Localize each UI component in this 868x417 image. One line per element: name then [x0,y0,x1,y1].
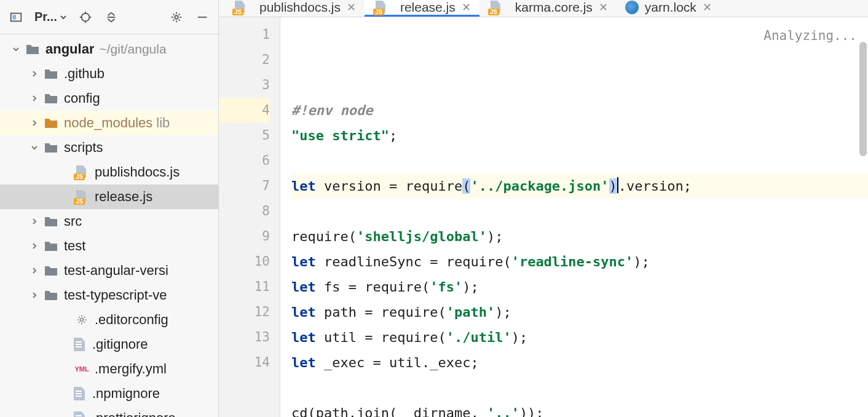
project-view-icon[interactable] [5,6,27,28]
text-file-icon [74,338,85,351]
code-view[interactable]: Analyzing... #!env node"use strict"; let… [280,17,868,417]
code-line[interactable]: let readlineSync = require('readline-syn… [291,249,868,274]
tree-item-label: config [64,90,100,106]
tree-item-node-modules[interactable]: node_moduleslib [0,111,218,135]
chevron-down-icon[interactable] [26,144,43,151]
close-icon[interactable]: ✕ [703,1,712,14]
chevron-right-icon[interactable] [26,292,43,299]
chevron-right-icon[interactable] [26,242,43,250]
folder-icon [43,263,59,279]
code-line[interactable] [291,148,868,173]
tree-item-config[interactable]: config [0,86,218,111]
scroll-thumb[interactable] [859,42,867,156]
code-line[interactable]: #!env node [291,98,868,123]
line-number[interactable]: 12 [219,300,270,325]
editor-tabs: publishdocs.js✕release.js✕karma.core.js✕… [219,0,868,17]
tree-item-release-js[interactable]: release.js [0,185,218,209]
code-line[interactable] [291,199,868,224]
code-line[interactable] [291,375,868,400]
config-file-icon [74,312,90,328]
scrollbar[interactable] [859,20,867,180]
line-number[interactable]: 1 [219,22,270,47]
tab-label: publishdocs.js [259,0,341,15]
js-file-icon [488,1,504,14]
tree-item--prettierignore[interactable]: .prettierignore [0,406,218,417]
tree-item-label: .prettierignore [92,410,176,417]
tree-item-label: test-typescript-ve [64,287,167,303]
code-line[interactable]: "use strict"; [291,123,868,148]
tree-item--gitignore[interactable]: .gitignore [0,332,218,357]
code-line[interactable]: let fs = require('fs'); [291,274,868,300]
tree-item-label: .github [64,66,105,82]
minimize-icon[interactable] [191,6,213,28]
projects-dropdown[interactable]: Pr... [31,7,71,26]
project-tree[interactable]: angular~/git/angula.githubconfignode_mod… [0,34,218,417]
tree-item--mergify-yml[interactable]: YML.mergify.yml [0,357,218,381]
line-number[interactable]: 11 [219,274,270,300]
target-icon[interactable] [74,6,97,28]
code-line[interactable]: require('shelljs/global'); [291,224,868,249]
expand-all-icon[interactable] [100,6,122,28]
svg-point-6 [81,319,84,322]
line-gutter[interactable]: 1234567891011121314 [219,17,280,417]
line-number[interactable]: 8 [219,199,270,224]
code-line[interactable]: let version = require('../package.json')… [291,173,868,199]
tree-item-scripts[interactable]: scripts [0,135,218,160]
svg-point-2 [81,13,89,21]
tree-item-publishdocs-js[interactable]: publishdocs.js [0,160,218,185]
chevron-down-icon[interactable] [7,46,25,53]
tree-item-label: .gitignore [92,336,148,352]
tab-yarn-lock[interactable]: yarn.lock✕ [617,0,720,17]
tree-item-src[interactable]: src [0,209,218,234]
js-file-icon [74,165,90,179]
line-number[interactable]: 13 [219,325,270,350]
line-number[interactable]: 2 [219,47,270,73]
line-number[interactable]: 6 [219,148,270,173]
close-icon[interactable]: ✕ [599,1,608,14]
tab-publishdocs-js[interactable]: publishdocs.js✕ [224,0,365,17]
chevron-right-icon[interactable] [26,267,43,274]
project-sidebar: Pr... angular~/git/angula.githubconfigno… [0,0,219,417]
chevron-down-icon [60,14,67,21]
close-icon[interactable]: ✕ [462,1,471,14]
tree-item--github[interactable]: .github [0,62,218,86]
tree-item-label: src [64,213,82,229]
tree-item-test[interactable]: test [0,234,218,258]
code-line[interactable]: let _exec = util._exec; [291,350,868,375]
code-line[interactable]: let util = require('./util'); [291,325,868,350]
tab-release-js[interactable]: release.js✕ [365,0,479,17]
yarn-icon [625,1,639,14]
line-number[interactable]: 4 [219,98,270,123]
js-file-icon [373,1,389,14]
tree-item-label: release.js [95,189,152,205]
tree-item-test-angular-versi[interactable]: test-angular-versi [0,258,218,283]
chevron-right-icon[interactable] [26,95,43,102]
line-number[interactable]: 14 [219,350,270,375]
js-file-icon [232,1,248,14]
folder-icon [43,213,59,229]
chevron-right-icon[interactable] [26,119,43,127]
line-number[interactable]: 3 [219,73,270,98]
tree-item--editorconfig[interactable]: .editorconfig [0,308,218,332]
editor-body: 1234567891011121314 Analyzing... #!env n… [219,17,868,417]
chevron-right-icon[interactable] [26,70,43,77]
tab-karma-core-js[interactable]: karma.core.js✕ [479,0,617,17]
tree-item-label: node_modules [64,115,152,131]
tree-item-angular[interactable]: angular~/git/angula [0,37,218,62]
line-number[interactable]: 7 [219,173,270,199]
gear-icon[interactable] [165,6,187,28]
line-number[interactable]: 5 [219,123,270,148]
chevron-right-icon[interactable] [26,218,43,225]
js-file-icon [74,190,90,204]
folder-icon [43,66,59,82]
line-number[interactable]: 10 [219,249,270,274]
tree-item-label: .npmignore [92,386,160,402]
line-number[interactable]: 9 [219,224,270,249]
folder-icon [43,287,59,303]
folder-icon [25,41,41,57]
code-line[interactable]: cd(path.join(__dirname, '..')); [291,400,868,417]
tree-item-test-typescript-ve[interactable]: test-typescript-ve [0,283,218,308]
tree-item--npmignore[interactable]: .npmignore [0,381,218,406]
close-icon[interactable]: ✕ [347,1,356,14]
code-line[interactable]: let path = require('path'); [291,300,868,325]
